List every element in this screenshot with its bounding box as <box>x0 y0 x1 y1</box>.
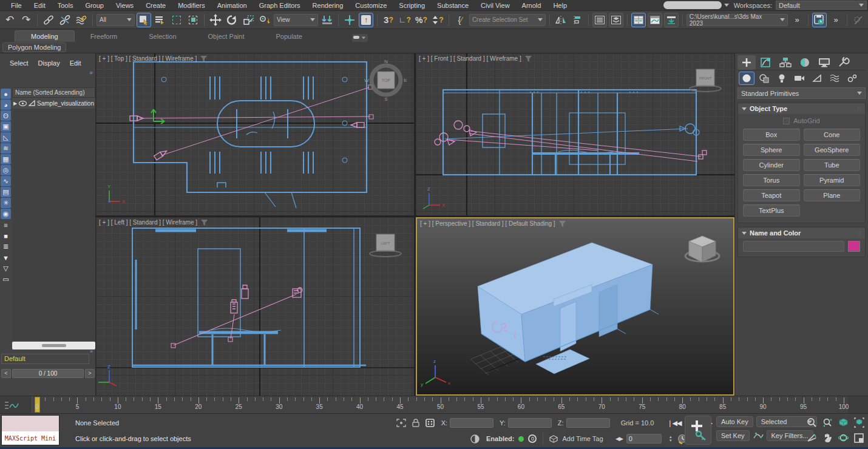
filter-lights-icon[interactable]: ʘ <box>1 110 11 121</box>
tab-create[interactable] <box>737 55 756 70</box>
scene-name-pill[interactable] <box>663 1 722 9</box>
object-name-input[interactable] <box>743 241 844 252</box>
tab-modify[interactable] <box>757 55 775 70</box>
filter-cameras-icon[interactable]: ▣ <box>1 121 11 132</box>
object-type-button[interactable]: Plane <box>804 189 861 201</box>
edit-named-selection-sets-button[interactable]: {⁄ <box>453 13 467 27</box>
explorer-menu-display[interactable]: Display <box>35 58 64 68</box>
current-frame-field[interactable]: 0 <box>626 434 662 444</box>
key-filters-curve-icon[interactable] <box>753 431 764 440</box>
align-button[interactable] <box>570 13 585 27</box>
object-color-swatch[interactable] <box>848 241 860 252</box>
viewcube[interactable]: FRONT <box>690 69 721 92</box>
menu-item[interactable]: Help <box>547 1 573 10</box>
primitive-category-dropdown[interactable]: Standard Primitives <box>737 87 866 99</box>
mirror-button[interactable] <box>554 13 568 27</box>
angle-snap-toggle-button[interactable]: ∟? <box>398 13 412 27</box>
window-crossing-toggle-button[interactable] <box>186 13 200 27</box>
ribbon-tab-object-paint[interactable]: Object Paint <box>192 31 260 42</box>
toggle-scene-explorer-button[interactable] <box>592 13 607 27</box>
viewcube[interactable] <box>685 236 719 262</box>
filter-geometry-icon[interactable]: ● <box>1 89 11 99</box>
subtab-systems[interactable] <box>844 72 860 85</box>
selection-filter-dropdown[interactable]: All <box>97 14 135 26</box>
snaps-toggle-3d-button[interactable]: 3? <box>381 13 396 27</box>
reference-coordinate-system-dropdown[interactable]: View <box>274 14 318 26</box>
curve-editor-button[interactable] <box>648 13 662 27</box>
menu-item[interactable]: Create <box>140 1 172 10</box>
filter-groups-icon[interactable]: ▦ <box>1 154 11 164</box>
object-type-rollout-header[interactable]: Object Type∷ <box>738 103 865 114</box>
menu-item[interactable]: Views <box>110 1 140 10</box>
viewport-perspective-label[interactable]: [ + ] [ Perspective ] [ Standard ] [ Def… <box>420 220 566 227</box>
zoom-extents-all-icon[interactable] <box>851 415 867 430</box>
menu-item[interactable]: Customize <box>349 1 393 10</box>
expand-arrow-icon[interactable]: ▶ <box>13 101 17 106</box>
maxscript-mini-label[interactable]: MAXScript Mini <box>2 431 59 445</box>
maximize-viewport-toggle-icon[interactable] <box>851 430 867 445</box>
pan-hand-icon[interactable] <box>819 430 835 445</box>
ribbon-tab-populate[interactable]: Populate <box>260 31 317 42</box>
filter-xrefs-icon[interactable]: ◎ <box>1 165 11 175</box>
tab-hierarchy[interactable] <box>776 55 795 70</box>
ribbon-tab-freeform[interactable]: Freeform <box>75 31 134 42</box>
menu-item[interactable]: Scripting <box>393 1 431 10</box>
timeline-ruler[interactable]: 0510152025303540455055606570758085909510… <box>32 396 848 413</box>
subtab-cameras[interactable] <box>792 72 807 85</box>
filter-bones-icon[interactable]: ∿ <box>1 176 11 186</box>
menu-item[interactable]: Tools <box>52 1 80 10</box>
object-type-button[interactable]: Pyramid <box>804 174 861 186</box>
explorer-overflow-chevron[interactable]: » <box>89 69 93 76</box>
viewport-front-label[interactable]: [ + ] [ Front ] [ Standard ] [ Wireframe… <box>419 55 532 62</box>
polygon-modeling-panel-label[interactable]: Polygon Modeling <box>2 42 66 52</box>
viewport-left-label[interactable]: [ + ] [ Left ] [ Standard ] [ Wireframe … <box>99 219 208 226</box>
zoom-extents-icon[interactable] <box>835 415 851 430</box>
add-time-tag-label[interactable]: Add Time Tag <box>562 435 603 442</box>
keyboard-shortcut-override-toggle[interactable]: ↑ <box>359 13 373 27</box>
subtab-spacewarps[interactable] <box>827 72 843 85</box>
menu-item[interactable]: Group <box>79 1 110 10</box>
isolate-selection-toggle[interactable] <box>394 417 409 429</box>
object-type-button[interactable]: Torus <box>743 174 800 186</box>
tab-motion[interactable] <box>796 55 814 70</box>
menu-item[interactable]: Rendering <box>307 1 350 10</box>
autogrid-checkbox[interactable] <box>783 118 790 124</box>
viewport-front[interactable]: [ + ] [ Front ] [ Standard ] [ Wireframe… <box>416 53 734 215</box>
z-coord-field[interactable] <box>566 418 610 428</box>
explorer-menu-select[interactable]: Select <box>6 58 32 68</box>
select-and-place-button[interactable] <box>257 13 272 27</box>
lock-cell-editing-icon[interactable]: ■ <box>1 231 11 241</box>
set-key-button[interactable]: Set Key <box>716 430 750 441</box>
x-coord-field[interactable] <box>450 418 493 428</box>
filter-funnel-icon[interactable] <box>525 56 532 62</box>
undo-button[interactable]: ↶ <box>2 13 17 27</box>
select-and-manipulate-button[interactable] <box>342 13 357 27</box>
render-setup-button[interactable] <box>851 13 866 27</box>
menu-item[interactable]: Substance <box>431 1 475 10</box>
pick-filter-icon[interactable]: ▽ <box>1 263 11 274</box>
ribbon-display-toggle[interactable] <box>352 34 368 42</box>
viewport-left[interactable]: [ + ] [ Left ] [ Standard ] [ Wireframe … <box>96 217 414 396</box>
spinner-snap-toggle-button[interactable]: ? <box>430 13 445 27</box>
project-folder-dropdown[interactable]: C:\Users\kunal...s\3ds Max 2023 <box>687 14 788 26</box>
menu-item[interactable]: Arnold <box>516 1 548 10</box>
folder-icon[interactable]: ▭ <box>1 274 11 285</box>
select-and-link-icon[interactable] <box>41 13 56 27</box>
named-selection-set-dropdown[interactable]: Create Selection Set <box>469 14 546 26</box>
degradation-count-badge[interactable]: 0 <box>528 434 537 443</box>
menu-item[interactable]: Civil View <box>475 1 515 10</box>
auto-key-button[interactable]: Auto Key <box>716 416 753 427</box>
explorer-menu-edit[interactable]: Edit <box>66 58 85 68</box>
pick-filter-config-icon[interactable]: ▼ <box>1 252 11 263</box>
subtab-helpers[interactable] <box>809 72 825 85</box>
maxscript-mini-listener[interactable]: MAXScript Mini <box>1 415 59 445</box>
subtab-lights[interactable] <box>774 72 790 85</box>
object-type-button[interactable]: Sphere <box>743 144 800 156</box>
maxscript-macro-recorder[interactable] <box>2 416 59 431</box>
filter-funnel-icon[interactable] <box>201 220 208 226</box>
tab-display[interactable] <box>815 55 833 70</box>
select-and-move-button[interactable] <box>208 13 223 27</box>
object-type-button[interactable]: Tube <box>804 159 861 171</box>
previous-frame-button[interactable]: < <box>1 369 11 378</box>
explorer-row-sample-visualization[interactable]: ▶ Sample_visualization <box>12 98 95 109</box>
